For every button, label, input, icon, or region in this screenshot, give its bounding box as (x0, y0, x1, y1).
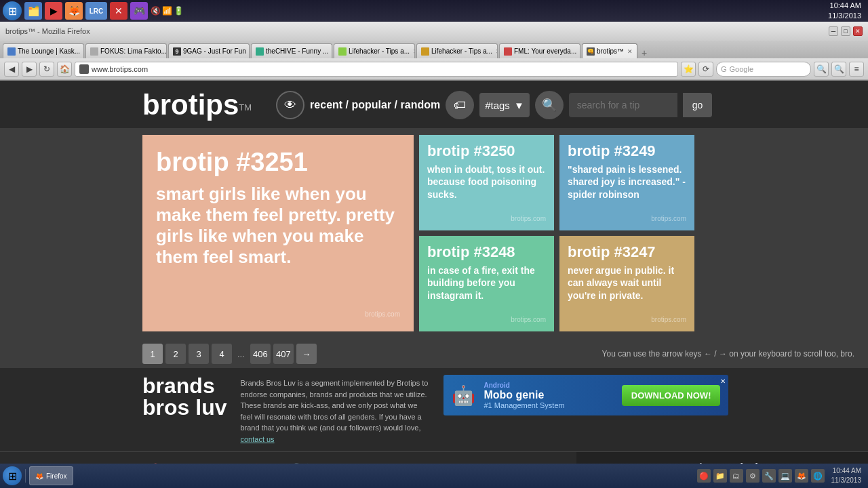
nav-recent[interactable]: recent (310, 99, 342, 110)
card-3250[interactable]: brotip #3250 when in doubt, toss it out.… (419, 135, 554, 230)
tab-fml[interactable]: FML: Your everyda... ✕ (499, 43, 580, 58)
reload-button[interactable]: ⟳ (698, 62, 713, 77)
page-1-button[interactable]: 1 (142, 344, 163, 364)
taskbar-icon-close[interactable]: ✕ (110, 2, 127, 20)
windows-taskbar-top: ⊞ 🗂️ ▶ 🦊 LRC ✕ 🎮 🔇 📶 🔋 10:44 AM 11/3/201… (0, 0, 868, 22)
nav-random[interactable]: random (401, 99, 441, 110)
card-3247-text: never argue in public. it can always wai… (568, 264, 686, 302)
tags-dropdown[interactable]: #tags ▼ (479, 93, 530, 117)
menu-button[interactable]: ≡ (849, 62, 864, 77)
card-main-3251[interactable]: brotip #3251 smart girls like when you m… (142, 135, 414, 331)
windows-taskbar-bottom: ⊞ 🦊 Firefox 🔴 📁 🗂 ⚙ 🔧 💻 🦊 🌐 10:44 AM 11/… (0, 464, 868, 488)
logo-text: brotips (142, 89, 239, 121)
tab-fokus[interactable]: FOKUS: Lima Fakto... ✕ (85, 43, 167, 58)
tab-close-icon[interactable]: ✕ (627, 48, 633, 55)
tab-label: FML: Your everyda... (514, 47, 576, 55)
taskbar-icon-bottom-4[interactable]: ⚙ (746, 469, 760, 483)
url-favicon (79, 64, 89, 74)
taskbar-separator (25, 469, 26, 483)
forward-button[interactable]: ▶ (22, 62, 37, 77)
card-3247-watermark: brotips.com (568, 316, 686, 323)
search-input[interactable] (569, 93, 677, 117)
taskbar-icon-bottom-8[interactable]: 🌐 (811, 469, 825, 483)
go-button[interactable]: go (683, 93, 713, 117)
tags-label: #tags (485, 100, 510, 111)
bookmark-button[interactable]: ⭐ (681, 62, 696, 77)
tab-label: The Lounge | Kask... (18, 47, 80, 55)
tab-daily[interactable]: Lifehacker - Tips a... ✕ (416, 43, 498, 58)
tab-favicon: 👊 (587, 47, 595, 56)
page-4-button[interactable]: 4 (212, 344, 232, 364)
pagination-dots: ... (235, 349, 248, 359)
page-3-button[interactable]: 3 (189, 344, 209, 364)
taskbar-icon-2[interactable]: ▶ (45, 2, 62, 20)
minimize-button[interactable]: ─ (829, 26, 838, 36)
taskbar-icon-bottom-7[interactable]: 🦊 (795, 469, 808, 483)
tab-brotips[interactable]: 👊 brotips™ ✕ (582, 43, 637, 58)
brands-description: Brands Bros Luv is a segment implemented… (240, 375, 430, 445)
tab-close-icon[interactable]: ✕ (580, 48, 580, 55)
tray-battery: 🔋 (174, 6, 184, 16)
taskbar-icon-1[interactable]: 🗂️ (24, 2, 42, 20)
tags-chevron-icon: ▼ (514, 100, 524, 111)
tab-favicon (7, 47, 16, 56)
search-go-button[interactable]: 🔍 (814, 62, 829, 77)
browser-search[interactable]: G Google (716, 62, 811, 77)
maximize-button[interactable]: □ (841, 26, 850, 36)
taskbar-icon-bottom-5[interactable]: 🔧 (762, 469, 776, 483)
card-main-text: smart girls like when you make them feel… (156, 184, 400, 268)
tab-close-icon[interactable]: ✕ (332, 48, 332, 55)
tab-chive[interactable]: theCHIVE - Funny ... ✕ (251, 43, 332, 58)
window-title: brotips™ - Mozilla Firefox (5, 27, 826, 35)
taskbar-icon-bottom-1[interactable]: 🔴 (697, 469, 711, 483)
card-3249-title: brotip #3249 (568, 143, 686, 159)
taskbar-icon-bottom-3[interactable]: 🗂 (730, 469, 743, 483)
taskbar-icon-5[interactable]: 🎮 (130, 2, 148, 20)
taskbar-icon-lrc[interactable]: LRC (85, 2, 107, 20)
search-icon-button[interactable]: 🔍 (535, 91, 564, 119)
tab-close-icon[interactable]: ✕ (413, 48, 415, 55)
refresh-button[interactable]: ↻ (39, 62, 54, 77)
tab-label: brotips™ (597, 47, 624, 55)
card-3249-text: "shared pain is lessened. shared joy is … (568, 163, 686, 201)
back-button[interactable]: ◀ (4, 62, 19, 77)
zoom-in-button[interactable]: 🔍 (831, 62, 846, 77)
ad-banner[interactable]: ✕ 🤖 Android Mobo genie #1 Management Sys… (443, 375, 728, 415)
taskbar-icon-bottom-2[interactable]: 📁 (713, 469, 727, 483)
card-3249-watermark: brotips.com (568, 215, 686, 222)
tab-lifehacker[interactable]: Lifehacker - Tips a... ✕ (334, 43, 415, 58)
tab-9gag[interactable]: 9 9GAG - Just For Fun ✕ (168, 43, 250, 58)
page-content: brotipsTM 👁 recent / popular / random 🏷 … (0, 81, 868, 488)
eye-button[interactable]: 👁 (276, 91, 304, 119)
card-3249[interactable]: brotip #3249 "shared pain is lessened. s… (559, 135, 694, 230)
home-button[interactable]: 🏠 (57, 62, 72, 77)
page-407-button[interactable]: 407 (273, 344, 294, 364)
taskbar-app-firefox[interactable]: 🦊 Firefox (29, 466, 73, 485)
nav-links: recent / popular / random (310, 99, 440, 111)
taskbar-time: 10:44 AM 11/3/2013 (828, 1, 865, 22)
taskbar-clock: 10:44 AM 11/3/2013 (827, 466, 866, 485)
page-2-button[interactable]: 2 (165, 344, 186, 364)
card-3248[interactable]: brotip #3248 in case of a fire, exit the… (419, 236, 554, 331)
start-button[interactable]: ⊞ (3, 1, 22, 20)
tab-favicon (338, 47, 347, 56)
card-3248-watermark: brotips.com (427, 316, 546, 323)
tag-button[interactable]: 🏷 (446, 91, 474, 119)
ad-download-button[interactable]: DOWNLOAD NOW! (622, 385, 721, 406)
next-page-button[interactable]: → (296, 344, 317, 364)
new-tab-button[interactable]: + (639, 47, 650, 58)
taskbar-icon-3[interactable]: 🦊 (65, 2, 83, 20)
tab-close-icon[interactable]: ✕ (83, 48, 84, 55)
url-bar[interactable]: www.brotips.com (75, 62, 678, 77)
tab-close-icon[interactable]: ✕ (496, 48, 498, 55)
cards-container: brotip #3251 smart girls like when you m… (0, 128, 868, 338)
taskbar-icon-bottom-6[interactable]: 💻 (778, 469, 792, 483)
page-406-button[interactable]: 406 (250, 344, 271, 364)
contact-link[interactable]: contact us (240, 435, 274, 443)
nav-popular[interactable]: popular (351, 99, 391, 110)
tab-lounge[interactable]: The Lounge | Kask... ✕ (3, 43, 84, 58)
close-button[interactable]: ✕ (853, 26, 863, 36)
taskbar-bottom-start[interactable]: ⊞ (3, 466, 22, 485)
ad-close-button[interactable]: ✕ (720, 378, 726, 385)
card-3247[interactable]: brotip #3247 never argue in public. it c… (559, 236, 694, 331)
